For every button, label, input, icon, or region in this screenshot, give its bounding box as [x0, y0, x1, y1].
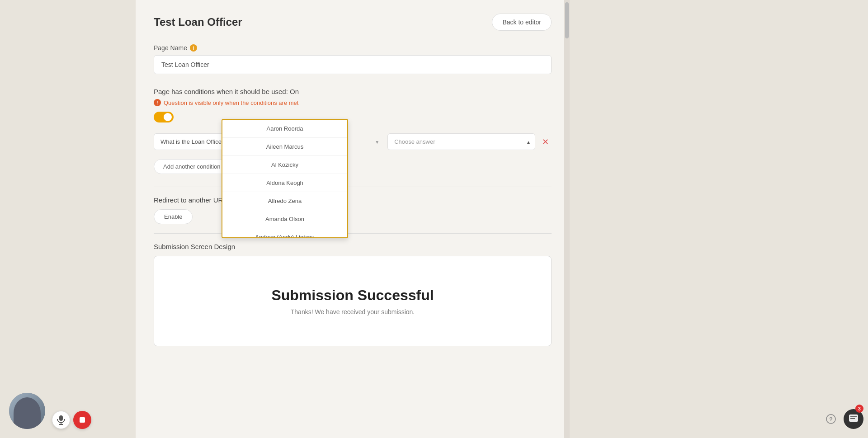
dropdown-item[interactable]: Al Kozicky: [222, 156, 347, 174]
dropdown-item[interactable]: Alfredo Zena: [222, 192, 347, 210]
dropdown-item[interactable]: Aileen Marcus: [222, 138, 347, 156]
divider-1: [154, 187, 552, 187]
dropdown-item[interactable]: Andrew (Andy) Lietzau: [222, 228, 347, 237]
redirect-section: Redirect to another URL Enable: [154, 196, 552, 224]
scrollbar-track: [564, 0, 570, 438]
remove-condition-button[interactable]: ✕: [539, 136, 552, 148]
back-to-editor-button[interactable]: Back to editor: [492, 14, 552, 31]
stop-icon: [79, 417, 85, 423]
submission-preview: Submission Successful Thanks! We have re…: [154, 256, 552, 346]
scrollbar-thumb[interactable]: [565, 2, 569, 38]
toggle-container: [154, 112, 552, 124]
page-title: Test Loan Officer: [154, 16, 242, 28]
help-button[interactable]: ?: [821, 409, 841, 429]
svg-rect-3: [80, 417, 85, 423]
svg-rect-0: [59, 415, 63, 421]
page-name-info-icon[interactable]: i: [190, 44, 197, 52]
avatar: [9, 393, 45, 429]
page-name-label: Page Name i: [154, 44, 552, 52]
condition-answer-wrapper: Choose answer ▲: [387, 133, 535, 150]
svg-rect-6: [849, 414, 858, 422]
dropdown-item[interactable]: Aldona Keogh: [222, 174, 347, 192]
operator-chevron-icon: ▼: [375, 139, 379, 144]
dropdown-item[interactable]: Amanda Olson: [222, 210, 347, 228]
main-panel: Test Loan Officer Back to editor Page Na…: [136, 0, 570, 438]
submission-subtext: Thanks! We have received your submission…: [291, 308, 415, 316]
divider-2: [154, 233, 552, 234]
mic-icon: [57, 415, 65, 425]
answer-dropdown: Aaron RoordaAileen MarcusAl KozickyAldon…: [222, 119, 348, 238]
add-condition-button[interactable]: Add another condition: [154, 159, 230, 174]
stop-button[interactable]: [73, 411, 91, 429]
add-condition-row: Add another condition: [154, 155, 552, 178]
avatar-image: [9, 393, 45, 429]
svg-text:?: ?: [829, 416, 833, 423]
warning-icon: !: [154, 99, 161, 106]
chat-badge: 3: [855, 405, 863, 413]
help-icon: ?: [826, 414, 836, 424]
condition-answer-select[interactable]: Choose answer: [387, 133, 535, 150]
avatar-person-shape: [14, 397, 41, 429]
dropdown-list: Aaron RoordaAileen MarcusAl KozickyAldon…: [222, 120, 347, 237]
conditions-title: Page has conditions when it should be us…: [154, 88, 552, 95]
redirect-title: Redirect to another URL: [154, 196, 552, 204]
dropdown-item[interactable]: Aaron Roorda: [222, 120, 347, 138]
conditions-toggle[interactable]: [154, 112, 174, 122]
page-header: Test Loan Officer Back to editor: [154, 14, 552, 31]
conditions-section: Page has conditions when it should be us…: [154, 88, 552, 178]
condition-row: What is the Loan Officer's Nam ▼ is ▼ Ch…: [154, 133, 552, 150]
enable-redirect-button[interactable]: Enable: [154, 209, 193, 224]
page-name-input[interactable]: [154, 55, 552, 74]
submission-title: Submission Screen Design: [154, 243, 552, 250]
submission-section: Submission Screen Design Submission Succ…: [154, 243, 552, 346]
mic-button[interactable]: [52, 411, 70, 429]
chat-icon: [849, 414, 859, 424]
conditions-warning: ! Question is visible only when the cond…: [154, 99, 552, 106]
submission-heading: Submission Successful: [271, 287, 434, 304]
